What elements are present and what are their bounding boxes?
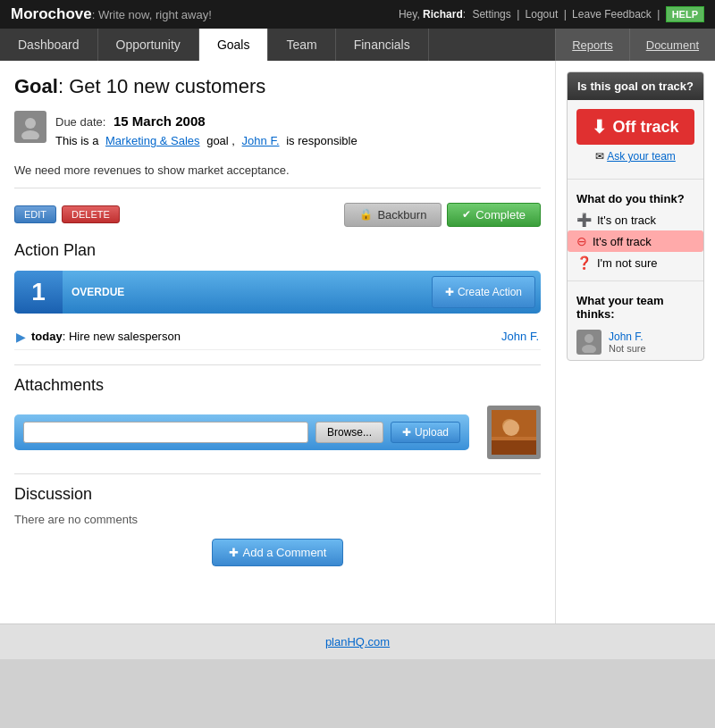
goal-title: Goal: Get 10 new customers — [14, 75, 541, 98]
no-comments: There are no comments — [14, 513, 541, 526]
svg-point-1 — [21, 130, 39, 139]
ask-team-link[interactable]: Ask your team — [607, 150, 676, 163]
action-plan-bar: 1 OVERDUE Create Action — [14, 271, 541, 314]
member-avatar — [576, 330, 601, 355]
comment-btn-row: Add a Comment — [14, 539, 541, 566]
footer: planHQ.com — [0, 623, 715, 659]
tab-team[interactable]: Team — [268, 29, 335, 61]
nav-tabs-right: Reports Document — [555, 29, 715, 61]
action-buttons: EDIT DELETE Backburn Complete — [14, 203, 541, 227]
svg-point-0 — [25, 118, 36, 129]
divider-2 — [568, 280, 703, 281]
logo: Morochove: Write now, right away! — [11, 5, 212, 23]
action-item: ▶ today : Hire new salesperson John F. — [14, 324, 541, 350]
on-track-icon: ➕ — [576, 213, 592, 227]
edit-button[interactable]: EDIT — [14, 205, 56, 223]
create-action-button[interactable]: Create Action — [432, 276, 535, 308]
option-not-sure[interactable]: ❓ I'm not sure — [568, 252, 703, 273]
tab-financials[interactable]: Financials — [336, 29, 429, 61]
envelope-icon: ✉ — [595, 150, 604, 163]
main-wrapper: Goal: Get 10 new customers Due date: 15 … — [0, 61, 715, 623]
what-think-label: What do you think? — [568, 187, 703, 209]
tab-document[interactable]: Document — [629, 29, 715, 61]
help-button[interactable]: HELP — [666, 6, 704, 22]
add-comment-button[interactable]: Add a Comment — [212, 539, 344, 566]
goal-info: Due date: 15 March 2008 This is a Market… — [55, 111, 358, 151]
goal-description: We need more revenues to show market acc… — [14, 163, 541, 188]
off-track-icon: ⊖ — [576, 234, 587, 248]
action-responsible-link[interactable]: John F. — [501, 330, 539, 343]
header: Morochove: Write now, right away! Hey, R… — [0, 0, 715, 29]
what-team-thinks-label: What your team thinks: — [568, 289, 703, 324]
member-name-link[interactable]: John F. — [609, 331, 644, 343]
browse-button[interactable]: Browse... — [315, 422, 383, 443]
svg-rect-6 — [492, 440, 536, 455]
complete-button[interactable]: Complete — [447, 203, 541, 227]
content-area: Goal: Get 10 new customers Due date: 15 … — [0, 61, 556, 623]
leave-feedback-link[interactable]: Leave Feedback — [572, 8, 652, 21]
attachments-title: Attachments — [14, 376, 541, 395]
offtrack-badge: ⬇ Off track — [576, 109, 694, 145]
discussion-title: Discussion — [14, 485, 541, 504]
option-off-track[interactable]: ⊖ It's off track — [568, 230, 703, 252]
tab-reports[interactable]: Reports — [555, 29, 629, 61]
discussion-section: Discussion There are no comments Add a C… — [14, 473, 541, 566]
goal-type-link[interactable]: Marketing & Sales — [105, 134, 200, 147]
settings-link[interactable]: Settings — [472, 8, 510, 21]
action-plan-overdue: OVERDUE — [63, 271, 426, 314]
goal-meta: Due date: 15 March 2008 This is a Market… — [14, 111, 541, 151]
arrow-down-icon: ⬇ — [592, 116, 607, 138]
backburn-button[interactable]: Backburn — [344, 203, 442, 227]
sidebar-header: Is this goal on track? — [568, 72, 703, 100]
photo-thumbnail — [487, 406, 541, 459]
attach-bar: Browse... Upload — [14, 414, 469, 450]
avatar — [14, 111, 46, 143]
attachments-section: Attachments Browse... Upload — [14, 364, 541, 459]
divider — [568, 179, 703, 180]
delete-button[interactable]: DELETE — [62, 205, 120, 223]
team-member-thought: John F. Not sure — [568, 324, 703, 360]
navigation: Dashboard Opportunity Goals Team Financi… — [0, 29, 715, 61]
play-icon: ▶ — [16, 330, 26, 344]
upload-button[interactable]: Upload — [391, 422, 460, 443]
action-plan-number: 1 — [14, 271, 63, 314]
svg-point-5 — [503, 420, 519, 436]
responsible-link[interactable]: John F. — [242, 134, 280, 147]
tab-opportunity[interactable]: Opportunity — [98, 29, 199, 61]
tab-goals[interactable]: Goals — [199, 29, 269, 61]
nav-tabs-left: Dashboard Opportunity Goals Team Financi… — [0, 29, 555, 61]
option-on-track[interactable]: ➕ It's on track — [568, 209, 703, 230]
svg-point-8 — [582, 345, 596, 353]
sidebar-box: Is this goal on track? ⬇ Off track ✉ Ask… — [567, 71, 704, 361]
action-plan-title: Action Plan — [14, 241, 541, 260]
member-info: John F. Not sure — [609, 330, 646, 354]
footer-link[interactable]: planHQ.com — [325, 635, 390, 649]
sidebar: Is this goal on track? ⬇ Off track ✉ Ask… — [556, 61, 715, 623]
svg-point-7 — [585, 334, 593, 343]
tab-dashboard[interactable]: Dashboard — [0, 29, 98, 61]
attach-input[interactable] — [23, 422, 308, 443]
sidebar-offtrack: ⬇ Off track ✉ Ask your team — [568, 100, 703, 172]
top-links: Hey, Richard: Settings | Logout | Leave … — [399, 8, 704, 21]
not-sure-icon: ❓ — [576, 255, 592, 270]
logout-link[interactable]: Logout — [526, 8, 559, 21]
